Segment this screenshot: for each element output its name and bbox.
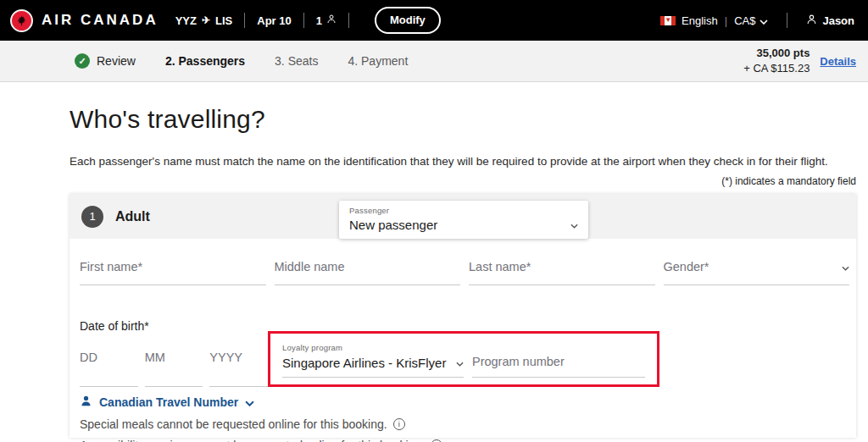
cash-total: + CA $115.23 [743, 61, 810, 76]
account-menu[interactable]: Jason [806, 14, 854, 28]
step-payment: 4. Payment [348, 54, 408, 68]
person-icon [806, 14, 817, 28]
dob-year-field[interactable] [209, 350, 268, 387]
step-label: 2. Passengers [165, 54, 245, 68]
loyalty-program-select[interactable]: Loyalty program Singapore Airlines - Kri… [282, 343, 464, 378]
special-meals-notice: Special meals cannot be requested online… [80, 417, 849, 431]
middle-name-field[interactable] [275, 259, 461, 285]
destination-code: LIS [215, 14, 232, 27]
dob-year-input[interactable] [209, 351, 268, 364]
details-link[interactable]: Details [820, 55, 856, 68]
step-passengers[interactable]: 2. Passengers [165, 54, 245, 68]
gender-select-placeholder: Gender* [664, 260, 709, 273]
page-title: Who's travelling? [70, 105, 856, 134]
origin-code: YYZ [175, 14, 197, 27]
language-selector[interactable]: English [682, 14, 718, 27]
divider [348, 13, 349, 28]
page-subtitle: Each passenger's name must match the nam… [70, 155, 856, 168]
passenger-type-label: Adult [115, 209, 150, 224]
airplane-icon: ✈ [202, 14, 210, 26]
price-summary: 35,000 pts + CA $115.23 [743, 46, 810, 76]
chevron-down-icon [570, 217, 578, 232]
canada-flag-icon: ▼ [660, 16, 676, 25]
program-number-input[interactable] [472, 355, 645, 368]
top-header: AIR CANADA YYZ ✈ LIS Apr 10 1 Modify ▼ E… [0, 0, 868, 41]
notice-text: Accessibility services cannot be request… [80, 439, 425, 442]
step-review[interactable]: ✓ Review [75, 53, 136, 69]
step-seats: 3. Seats [275, 54, 318, 68]
points-total: 35,000 pts [743, 46, 810, 61]
dob-month-field[interactable] [145, 350, 203, 387]
step-label: 3. Seats [275, 54, 318, 68]
dob-day-input[interactable] [80, 351, 138, 364]
passenger-card-header: 1 Adult Passenger New passenger [70, 194, 856, 239]
loyalty-program-value: Singapore Airlines - KrisFlyer [282, 356, 446, 370]
air-canada-logo-icon[interactable] [10, 9, 33, 32]
gender-select[interactable]: Gender* [664, 259, 850, 285]
notice-text: Special meals cannot be requested online… [80, 417, 387, 431]
divider [303, 13, 304, 28]
passenger-card: 1 Adult Passenger New passenger [70, 194, 856, 438]
person-icon [80, 395, 92, 410]
passenger-select[interactable]: Passenger New passenger [339, 201, 588, 239]
check-circle-icon: ✓ [75, 53, 90, 69]
passenger-number-badge: 1 [81, 206, 103, 228]
passenger-count: 1 [316, 14, 337, 27]
first-name-input[interactable] [80, 260, 266, 273]
last-name-field[interactable] [469, 259, 655, 285]
dob-month-input[interactable] [145, 351, 203, 364]
chevron-down-icon [456, 355, 464, 370]
trip-date: Apr 10 [257, 14, 291, 27]
last-name-input[interactable] [469, 260, 655, 273]
canadian-travel-number-toggle[interactable]: Canadian Travel Number [80, 395, 254, 410]
divider: | [725, 14, 727, 27]
middle-name-input[interactable] [275, 260, 461, 273]
chevron-down-icon [842, 259, 849, 274]
divider [244, 13, 245, 28]
first-name-field[interactable] [80, 259, 266, 285]
divider [787, 13, 787, 28]
trip-route: YYZ ✈ LIS [175, 14, 233, 27]
chevron-down-icon [760, 14, 768, 27]
loyalty-highlight-box: Loyalty program Singapore Airlines - Kri… [268, 331, 659, 387]
loyalty-program-label: Loyalty program [282, 343, 464, 352]
currency-value: CA$ [734, 14, 755, 27]
passenger-select-label: Passenger [349, 206, 578, 215]
dob-group [80, 350, 268, 387]
passenger-select-value: New passenger [349, 218, 437, 232]
brand-wordmark[interactable]: AIR CANADA [42, 12, 159, 29]
canadian-travel-number-label: Canadian Travel Number [99, 395, 238, 409]
main-content: Who's travelling? Each passenger's name … [0, 105, 868, 438]
chevron-down-icon [245, 396, 254, 409]
user-name: Jason [822, 14, 854, 27]
step-label: 4. Payment [348, 54, 408, 68]
mandatory-field-note: (*) indicates a mandatory field [70, 175, 856, 187]
checkout-progress: ✓ Review 2. Passengers 3. Seats 4. Payme… [0, 41, 868, 82]
info-icon[interactable]: i [393, 418, 405, 430]
program-number-field[interactable] [472, 354, 645, 378]
accessibility-notice: Accessibility services cannot be request… [80, 439, 849, 442]
dob-day-field[interactable] [80, 350, 138, 387]
passenger-count-value: 1 [316, 14, 322, 27]
currency-selector[interactable]: CA$ [734, 14, 768, 27]
person-icon [326, 14, 337, 27]
step-label: Review [97, 54, 136, 68]
modify-button[interactable]: Modify [375, 7, 441, 34]
